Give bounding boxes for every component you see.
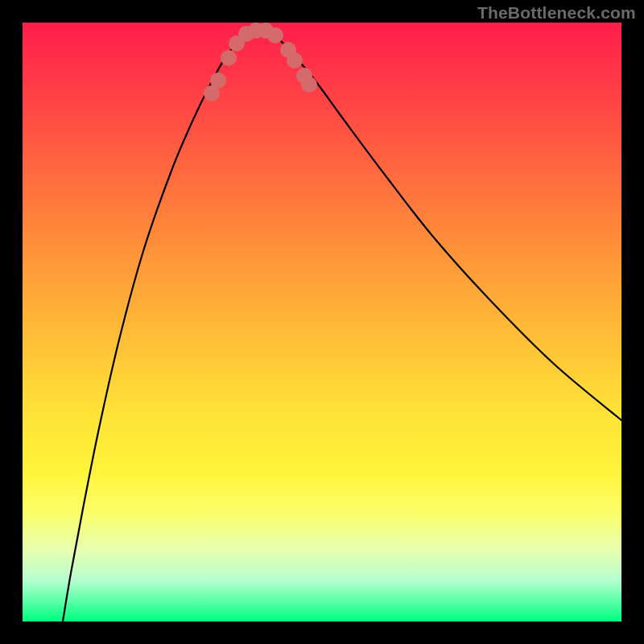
watermark-text: TheBottleneck.com [477,3,636,23]
marker-dot [210,72,226,89]
marker-dot [287,52,303,68]
marker-dot [267,27,283,43]
curve-right-curve [272,32,621,420]
curve-left-curve [63,32,246,621]
marker-dot [221,50,237,66]
chart-frame: TheBottleneck.com [0,0,644,644]
marker-dot [301,76,317,93]
plot-area [23,23,621,621]
chart-svg [23,23,621,621]
